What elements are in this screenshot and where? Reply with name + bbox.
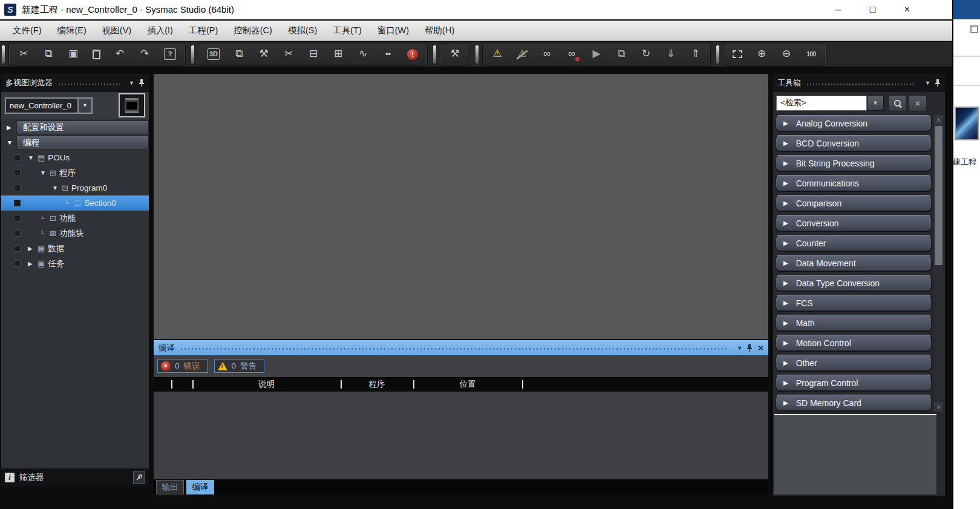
toolbar-gripper[interactable] (475, 45, 479, 64)
close-icon[interactable]: × (758, 343, 763, 353)
tree-item-box[interactable] (14, 200, 21, 206)
toolbar-gripper[interactable] (2, 45, 5, 64)
toolbox-category-analog-conversion[interactable]: ▶Analog Conversion (776, 115, 932, 131)
expander-icon[interactable]: ▶ (28, 260, 34, 267)
tree-item-程序[interactable]: ▼⊞程序 (1, 165, 149, 180)
search-input[interactable] (776, 96, 867, 111)
menu-item-edit[interactable]: 编辑(E) (50, 21, 94, 41)
3d-view-icon[interactable]: 3D (207, 48, 220, 59)
search-dropdown-button[interactable]: ▼ (867, 96, 884, 111)
run-simulation-icon[interactable]: ▶ (591, 48, 602, 60)
toolbar-gripper[interactable] (433, 45, 436, 64)
project-item-label[interactable]: 新建工程 (950, 156, 980, 168)
zoom-100-icon[interactable]: 100 (806, 51, 817, 57)
menu-item-window[interactable]: 窗口(W) (370, 21, 417, 41)
tree-section-配置和设置[interactable]: ▶配置和设置 (1, 120, 149, 135)
toolbox-category-math[interactable]: ▶Math (776, 315, 932, 331)
tree-item-box[interactable] (14, 260, 21, 267)
tree-item-功能块[interactable]: └⊠功能块 (1, 226, 149, 241)
expander-icon[interactable]: ▼ (40, 169, 47, 176)
chevron-down-icon[interactable]: ▼ (737, 345, 742, 351)
simulation-pages-icon[interactable]: ⧉ (616, 48, 627, 60)
synchronize-icon[interactable]: ↻ (641, 48, 652, 60)
tree-item-box[interactable] (14, 215, 21, 222)
chevron-down-icon[interactable]: ▼ (129, 80, 134, 86)
expander-icon[interactable]: ▼ (28, 154, 34, 161)
tree-item-任务[interactable]: ▶▣任务 (1, 256, 149, 271)
cross-reference-icon[interactable]: ⚒ (449, 48, 460, 60)
minimize-button[interactable]: – (821, 1, 855, 19)
cut-icon[interactable]: ✂ (18, 48, 29, 60)
toolbox-category-conversion[interactable]: ▶Conversion (776, 215, 932, 231)
expander-icon[interactable]: ▶ (28, 245, 34, 252)
monitor-icon[interactable]: ∞ (541, 48, 552, 60)
scroll-down-button[interactable]: ∨ (934, 402, 943, 412)
scroll-up-button[interactable]: ∧ (934, 115, 943, 125)
project-thumbnail[interactable] (955, 107, 979, 140)
menu-item-simulation[interactable]: 模拟(S) (280, 21, 325, 41)
tree-item-数据[interactable]: ▶▦数据 (1, 241, 149, 256)
toolbox-category-bcd-conversion[interactable]: ▶BCD Conversion (776, 135, 932, 151)
search-binoculars-icon[interactable]: ●● (382, 51, 393, 57)
transfer-download-icon[interactable]: ⇓ (665, 48, 676, 60)
pin-icon[interactable] (935, 79, 941, 87)
expander-icon[interactable]: ▼ (7, 139, 13, 146)
tree-item-POUs[interactable]: ▼▤POUs (1, 150, 149, 165)
search-button[interactable] (888, 95, 906, 111)
toolbox-category-comparison[interactable]: ▶Comparison (776, 195, 932, 211)
menu-item-controller[interactable]: 控制器(C) (226, 21, 280, 41)
tree-item-功能[interactable]: └⊡功能 (1, 211, 149, 226)
tree-item-Section0[interactable]: └▤Section0 (1, 195, 149, 211)
zoom-in-icon[interactable]: ⊕ (756, 48, 767, 60)
tree-item-box[interactable] (14, 185, 21, 191)
windows-icon[interactable]: ⧉ (234, 48, 244, 60)
abort-build-icon[interactable]: ⚠ (517, 48, 528, 60)
toolbar-gripper[interactable] (191, 45, 194, 64)
menu-item-tools[interactable]: 工具(T) (325, 21, 370, 41)
split-view-icon[interactable]: ✂ (283, 48, 294, 60)
toolbox-category-motion-control[interactable]: ▶Motion Control (776, 335, 932, 351)
chevron-down-icon[interactable]: ▼ (925, 80, 930, 86)
toolbox-category-bit-string-processing[interactable]: ▶Bit String Processing (776, 155, 932, 171)
io-monitor-icon[interactable]: ∿ (358, 48, 368, 60)
tree-item-Program0[interactable]: ▼⊟Program0 (1, 180, 149, 195)
tab-输出[interactable]: 输出 (156, 480, 184, 494)
rebuild-icon[interactable]: ⚠ (492, 48, 503, 60)
toolbox-category-fcs[interactable]: ▶FCS (776, 295, 932, 311)
watch-table-icon[interactable]: ⊞ (333, 48, 344, 60)
expander-icon[interactable]: ▼ (52, 185, 59, 191)
filter-pin-button[interactable] (133, 471, 145, 484)
stop-monitor-icon[interactable]: ∞ (566, 48, 577, 60)
toolbox-category-program-control[interactable]: ▶Program Control (776, 375, 932, 391)
menu-item-help[interactable]: 帮助(H) (417, 21, 462, 41)
menu-item-view[interactable]: 视图(V) (94, 21, 139, 41)
copy-icon[interactable]: ⧉ (43, 48, 54, 60)
close-button[interactable]: × (890, 1, 924, 19)
controller-chip-button[interactable] (119, 93, 145, 117)
scrollbar-thumb[interactable] (935, 126, 942, 265)
help-icon[interactable]: ? (164, 48, 176, 59)
chevron-down-icon[interactable]: ▼ (77, 97, 93, 114)
search-clear-button[interactable]: × (909, 95, 927, 111)
toolbox-category-data-type-conversion[interactable]: ▶Data Type Conversion (776, 275, 932, 291)
pin-icon[interactable] (746, 344, 753, 352)
error-badge[interactable]: ×0错误 (157, 359, 208, 373)
zoom-fit-icon[interactable] (733, 50, 742, 58)
redo-icon[interactable]: ↷ (139, 48, 150, 60)
toolbox-category-other[interactable]: ▶Other (776, 355, 932, 371)
delete-icon[interactable] (93, 50, 100, 59)
tree-item-box[interactable] (14, 169, 21, 176)
paste-icon[interactable]: ▣ (68, 48, 79, 60)
zoom-out-icon[interactable]: ⊖ (781, 48, 792, 60)
toolbox-category-data-movement[interactable]: ▶Data Movement (776, 255, 932, 271)
background-checkbox[interactable] (970, 25, 978, 33)
tree-item-box[interactable] (14, 154, 21, 161)
tree-item-box[interactable] (14, 230, 21, 237)
maximize-button[interactable]: □ (855, 1, 890, 19)
controller-select[interactable]: new_Controller_0 ▼ (5, 97, 93, 114)
menu-item-file[interactable]: 文件(F) (5, 21, 50, 41)
tree-section-编程[interactable]: ▼编程 (1, 135, 149, 150)
toolbox-category-counter[interactable]: ▶Counter (776, 235, 932, 251)
toolbox-category-communications[interactable]: ▶Communications (776, 175, 932, 191)
menu-item-project[interactable]: 工程(P) (181, 21, 226, 41)
